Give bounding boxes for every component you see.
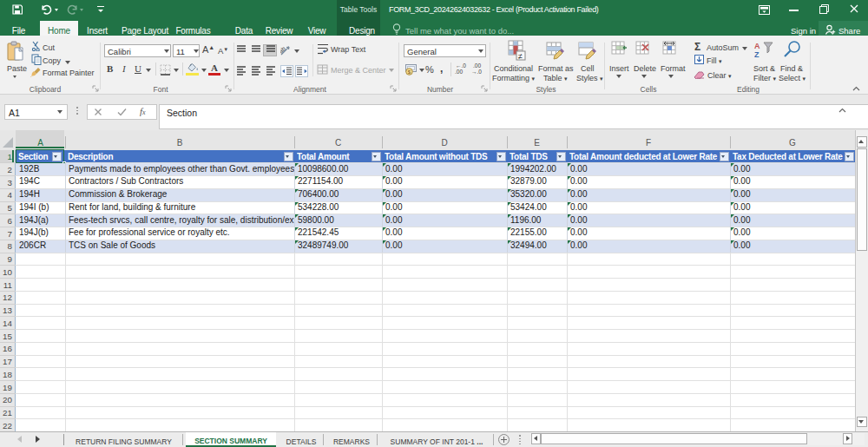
- svg-text:.00: .00: [473, 62, 481, 69]
- svg-text:←.0: ←.0: [456, 62, 466, 69]
- svg-text:→.0: →.0: [471, 69, 482, 75]
- svg-text:≠: ≠: [518, 52, 523, 61]
- svg-text:.00: .00: [455, 69, 463, 75]
- svg-text:Z: Z: [754, 50, 760, 58]
- svg-text:A: A: [754, 42, 760, 50]
